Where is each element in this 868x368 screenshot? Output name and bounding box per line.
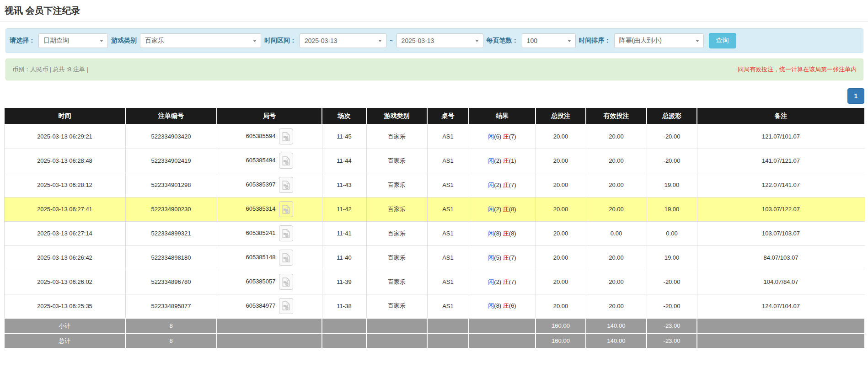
time-sort-select[interactable]: 降幂(由大到小) xyxy=(614,33,704,48)
round-number: 605385594 xyxy=(246,133,275,139)
column-header: 结果 xyxy=(469,108,536,124)
game-cell: 百家乐 xyxy=(366,245,427,270)
remark-cell: 103.07/122.07 xyxy=(697,197,865,221)
banker-result: 庄 xyxy=(503,157,509,164)
game-category-select[interactable]: 百家乐 xyxy=(140,33,261,48)
bet-id-cell: 522334896780 xyxy=(125,270,217,294)
result-cell: 闲(2) 庄(7) xyxy=(469,270,536,294)
footer-total-bet-cell: 160.00 xyxy=(536,318,586,333)
game-cell: 百家乐 xyxy=(366,221,427,245)
player-result: 闲 xyxy=(488,206,494,213)
time-cell: 2025-03-13 06:27:41 xyxy=(4,197,125,221)
round-cell: 605385148 xyxy=(217,245,322,270)
chevron-down-icon xyxy=(696,40,699,42)
session-cell: 11-38 xyxy=(322,294,366,318)
table-row: 2025-03-13 06:27:14522334899321605385241… xyxy=(4,221,865,245)
range-separator: ~ xyxy=(390,37,393,44)
video-replay-button[interactable] xyxy=(279,177,293,193)
column-header: 总派彩 xyxy=(647,108,697,124)
query-button[interactable]: 查询 xyxy=(709,33,736,48)
footer-remark-cell xyxy=(697,333,865,348)
video-replay-button[interactable] xyxy=(279,153,293,169)
valid-bet-cell: 20.00 xyxy=(586,245,647,270)
bet-id-cell: 522334902419 xyxy=(125,149,217,173)
video-replay-button[interactable] xyxy=(279,201,293,217)
payout-cell: 19.00 xyxy=(647,173,697,197)
player-points: (6) xyxy=(494,133,503,140)
result-cell: 闲(8) 庄(6) xyxy=(469,294,536,318)
chevron-down-icon xyxy=(475,40,479,42)
table-row: 2025-03-13 06:29:21522334903420605385594… xyxy=(4,124,865,149)
round-cell: 605385397 xyxy=(217,173,322,197)
table-no-cell: AS1 xyxy=(427,294,469,318)
player-result: 闲 xyxy=(488,157,494,164)
banker-points: (7) xyxy=(509,278,516,285)
footer-empty-cell xyxy=(322,333,366,348)
video-replay-button[interactable] xyxy=(279,274,293,290)
footer-empty-cell xyxy=(366,318,427,333)
game-cell: 百家乐 xyxy=(366,270,427,294)
valid-bet-cell: 20.00 xyxy=(586,149,647,173)
remark-cell: 122.07/141.07 xyxy=(697,173,865,197)
banker-result: 庄 xyxy=(503,302,509,309)
grandtotal-row: 总计8160.00140.00-23.00 xyxy=(4,333,865,348)
valid-bet-cell: 20.00 xyxy=(586,294,647,318)
time-cell: 2025-03-13 06:29:21 xyxy=(4,124,125,149)
banker-points: (7) xyxy=(509,181,516,188)
player-points: (2) xyxy=(494,278,503,285)
video-file-icon xyxy=(282,204,290,214)
video-file-icon xyxy=(282,180,290,190)
valid-bet-cell: 20.00 xyxy=(586,173,647,197)
session-cell: 11-41 xyxy=(322,221,366,245)
table-no-cell: AS1 xyxy=(427,124,469,149)
column-header: 有效投注 xyxy=(586,108,647,124)
round-cell: 605385057 xyxy=(217,270,322,294)
table-row: 2025-03-13 06:26:02522334896780605385057… xyxy=(4,270,865,294)
footer-valid-bet-cell: 140.00 xyxy=(586,333,647,348)
result-cell: 闲(6) 庄(7) xyxy=(469,124,536,149)
player-result: 闲 xyxy=(488,133,494,140)
valid-bet-cell: 20.00 xyxy=(586,270,647,294)
page-button-1[interactable]: 1 xyxy=(847,88,864,104)
time-cell: 2025-03-13 06:26:02 xyxy=(4,270,125,294)
date-from-select[interactable]: 2025-03-13 xyxy=(300,33,386,48)
chevron-down-icon xyxy=(378,40,382,42)
date-to-select[interactable]: 2025-03-13 xyxy=(396,33,483,48)
table-row: 2025-03-13 06:25:35522334895877605384977… xyxy=(4,294,865,318)
result-cell: 闲(2) 庄(1) xyxy=(469,149,536,173)
banker-result: 庄 xyxy=(503,278,509,285)
total-bet-cell: 20.00 xyxy=(536,197,586,221)
subtotal-row: 小计8160.00140.00-23.00 xyxy=(4,318,865,333)
video-file-icon xyxy=(282,132,290,142)
page-size-select[interactable]: 100 xyxy=(522,33,576,48)
video-file-icon xyxy=(282,277,290,287)
payout-cell: -20.00 xyxy=(647,149,697,173)
table-row: 2025-03-13 06:27:41522334900230605385314… xyxy=(4,197,865,221)
table-no-cell: AS1 xyxy=(427,245,469,270)
video-replay-button[interactable] xyxy=(279,225,293,241)
table-no-cell: AS1 xyxy=(427,197,469,221)
total-bet-cell: 20.00 xyxy=(536,294,586,318)
time-range-label: 时间区间： xyxy=(264,37,296,45)
query-type-select[interactable]: 日期查询 xyxy=(38,33,108,48)
footer-empty-cell xyxy=(217,318,322,333)
video-replay-button[interactable] xyxy=(279,128,293,144)
page-size-label: 每页笔数： xyxy=(487,37,519,45)
banker-points: (7) xyxy=(509,133,516,140)
column-header: 时间 xyxy=(4,108,125,124)
round-number: 605385397 xyxy=(246,181,275,188)
result-cell: 闲(8) 庄(8) xyxy=(469,221,536,245)
column-header: 总投注 xyxy=(536,108,586,124)
time-cell: 2025-03-13 06:26:42 xyxy=(4,245,125,270)
total-bet-cell: 20.00 xyxy=(536,124,586,149)
player-result: 闲 xyxy=(488,302,494,309)
video-file-icon xyxy=(282,253,290,263)
footer-payout-cell: -23.00 xyxy=(647,318,697,333)
video-replay-button[interactable] xyxy=(279,298,293,314)
round-number: 605385314 xyxy=(246,205,275,212)
video-replay-button[interactable] xyxy=(279,250,293,266)
round-cell: 605385314 xyxy=(217,197,322,221)
table-no-cell: AS1 xyxy=(427,149,469,173)
table-no-cell: AS1 xyxy=(427,221,469,245)
remark-cell: 103.07/103.07 xyxy=(697,221,865,245)
